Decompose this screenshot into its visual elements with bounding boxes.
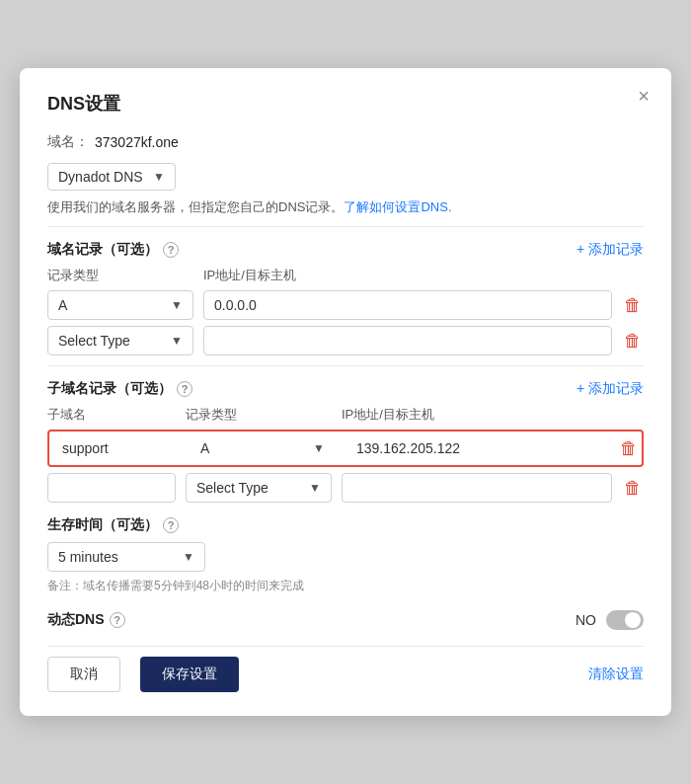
ttl-title: 生存时间（可选） ? bbox=[47, 516, 644, 534]
divider-1 bbox=[47, 226, 644, 227]
domain-record-type-input-1[interactable]: A AAAA CNAME MX TXT bbox=[58, 297, 171, 313]
subdomain-records-header: 子域名记录（可选） ? + 添加记录 bbox=[47, 380, 644, 398]
save-button[interactable]: 保存设置 bbox=[140, 657, 239, 692]
delete-subdomain-record-button-1[interactable]: 🗑 bbox=[618, 436, 640, 461]
dns-provider-select-input[interactable]: Dynadot DNS Custom DNS bbox=[58, 169, 145, 185]
sub-col-header-name: 子域名 bbox=[47, 406, 176, 424]
subdomain-type-input-2[interactable]: Select Type A AAAA CNAME MX TXT bbox=[196, 480, 309, 496]
dns-note: 使用我们的域名服务器，但指定您自己的DNS记录。了解如何设置DNS. bbox=[47, 198, 644, 216]
col-header-type: 记录类型 bbox=[47, 267, 193, 284]
domain-records-header: 域名记录（可选） ? + 添加记录 bbox=[47, 241, 644, 259]
footer-left: 取消 保存设置 bbox=[47, 657, 239, 692]
delete-domain-record-button-2[interactable]: 🗑 bbox=[622, 329, 644, 353]
domain-record-ip-input-2[interactable] bbox=[203, 326, 612, 355]
divider-3 bbox=[47, 646, 644, 647]
subdomain-name-input-2[interactable] bbox=[47, 473, 176, 503]
subdomain-type-select-1[interactable]: A AAAA CNAME MX TXT ▼ bbox=[190, 433, 336, 463]
subdomain-type-select-2[interactable]: Select Type A AAAA CNAME MX TXT ▼ bbox=[186, 473, 332, 503]
sub-col-header-ip: IP地址/目标主机 bbox=[342, 406, 644, 424]
subdomain-records-col-headers: 子域名 记录类型 IP地址/目标主机 bbox=[47, 406, 644, 424]
subdomain-records-title: 子域名记录（可选） ? bbox=[47, 380, 192, 398]
chevron-down-icon: ▼ bbox=[153, 170, 165, 184]
domain-record-row-2: Select Type A AAAA CNAME MX TXT ▼ 🗑 bbox=[47, 326, 644, 355]
subdomain-ip-input-1[interactable] bbox=[346, 433, 608, 463]
divider-2 bbox=[47, 365, 644, 366]
subdomain-records-help-icon[interactable]: ? bbox=[177, 381, 192, 397]
subdomain-ip-input-2[interactable] bbox=[342, 473, 612, 503]
delete-subdomain-record-button-2[interactable]: 🗑 bbox=[622, 476, 644, 501]
domain-record-ip-input-1[interactable] bbox=[203, 290, 612, 320]
dynamic-dns-status: NO bbox=[576, 612, 596, 628]
clear-settings-button[interactable]: 清除设置 bbox=[588, 666, 644, 683]
domain-record-row-1: A AAAA CNAME MX TXT ▼ 🗑 bbox=[47, 290, 644, 320]
domain-records-title: 域名记录（可选） ? bbox=[47, 241, 179, 259]
subdomain-type-input-1[interactable]: A AAAA CNAME MX TXT bbox=[200, 440, 313, 456]
cancel-button[interactable]: 取消 bbox=[47, 657, 120, 692]
ttl-help-icon[interactable]: ? bbox=[163, 517, 179, 533]
subdomain-record-row-2: Select Type A AAAA CNAME MX TXT ▼ 🗑 bbox=[47, 473, 644, 503]
domain-record-type-select-2[interactable]: Select Type A AAAA CNAME MX TXT ▼ bbox=[47, 326, 193, 355]
dns-provider-select[interactable]: Dynadot DNS Custom DNS ▼ bbox=[47, 163, 176, 191]
col-header-ip: IP地址/目标主机 bbox=[203, 267, 644, 284]
ttl-select-input[interactable]: 5 minutes 10 minutes 30 minutes 1 hour 1… bbox=[58, 549, 175, 565]
domain-records-help-icon[interactable]: ? bbox=[163, 242, 179, 258]
dns-provider-row: Dynadot DNS Custom DNS ▼ bbox=[47, 163, 644, 191]
chevron-down-icon: ▼ bbox=[171, 298, 183, 312]
dynamic-dns-toggle-wrap: NO bbox=[576, 610, 644, 630]
delete-domain-record-button-1[interactable]: 🗑 bbox=[622, 293, 644, 318]
chevron-down-icon: ▼ bbox=[171, 334, 183, 348]
dynamic-dns-toggle[interactable] bbox=[606, 610, 644, 630]
ttl-note: 备注：域名传播需要5分钟到48小时的时间来完成 bbox=[47, 578, 644, 594]
dynamic-dns-title: 动态DNS ? bbox=[47, 611, 125, 629]
subdomain-record-row-1: A AAAA CNAME MX TXT ▼ 🗑 bbox=[47, 430, 644, 467]
domain-name: 373027kf.one bbox=[95, 134, 179, 150]
ttl-select[interactable]: 5 minutes 10 minutes 30 minutes 1 hour 1… bbox=[47, 542, 205, 572]
domain-row: 域名： 373027kf.one bbox=[47, 133, 644, 151]
dynamic-dns-help-icon[interactable]: ? bbox=[110, 612, 125, 628]
domain-record-type-input-2[interactable]: Select Type A AAAA CNAME MX TXT bbox=[58, 333, 171, 349]
footer-row: 取消 保存设置 清除设置 bbox=[47, 657, 644, 692]
dns-settings-dialog: DNS设置 × 域名： 373027kf.one Dynadot DNS Cus… bbox=[20, 68, 671, 716]
sub-col-header-type: 记录类型 bbox=[186, 406, 332, 424]
domain-label: 域名： bbox=[47, 133, 89, 151]
chevron-down-icon: ▼ bbox=[183, 550, 194, 564]
ttl-section: 生存时间（可选） ? 5 minutes 10 minutes 30 minut… bbox=[47, 516, 644, 594]
dialog-title: DNS设置 bbox=[47, 92, 644, 116]
domain-record-type-select-1[interactable]: A AAAA CNAME MX TXT ▼ bbox=[47, 290, 193, 320]
subdomain-name-input-1[interactable] bbox=[51, 433, 180, 463]
chevron-down-icon: ▼ bbox=[309, 481, 321, 495]
dynamic-dns-row: 动态DNS ? NO bbox=[47, 610, 644, 630]
add-domain-record-button[interactable]: + 添加记录 bbox=[576, 241, 644, 259]
add-subdomain-record-button[interactable]: + 添加记录 bbox=[576, 380, 644, 398]
domain-records-col-headers: 记录类型 IP地址/目标主机 bbox=[47, 267, 644, 284]
close-button[interactable]: × bbox=[638, 86, 650, 106]
dns-help-link[interactable]: 了解如何设置DNS. bbox=[344, 199, 451, 214]
chevron-down-icon: ▼ bbox=[313, 441, 325, 455]
